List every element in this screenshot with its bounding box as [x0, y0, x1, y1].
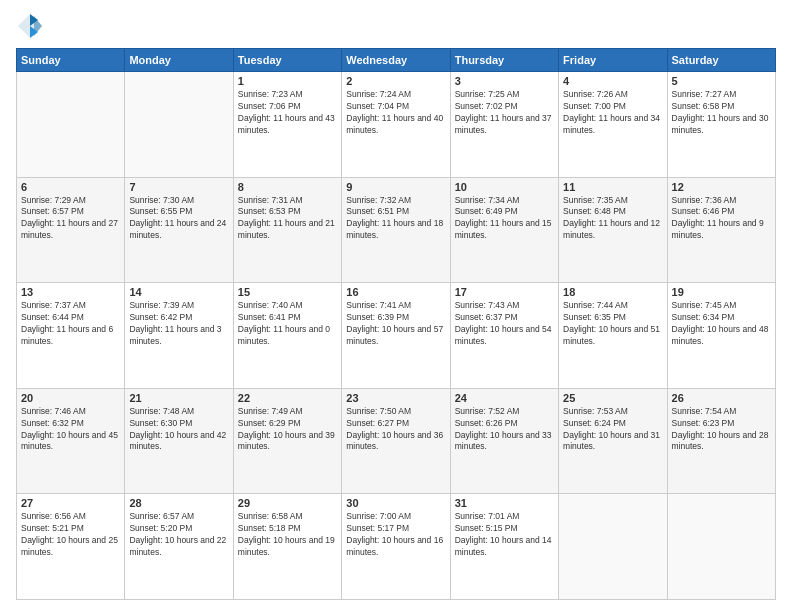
daylight-text: Daylight: 10 hours and 54 minutes. [455, 324, 552, 346]
sunset-text: Sunset: 5:21 PM [21, 523, 84, 533]
daylight-text: Daylight: 10 hours and 28 minutes. [672, 430, 769, 452]
calendar-cell: 4 Sunrise: 7:26 AM Sunset: 7:00 PM Dayli… [559, 72, 667, 178]
day-info: Sunrise: 7:37 AM Sunset: 6:44 PM Dayligh… [21, 300, 120, 348]
day-number: 6 [21, 181, 120, 193]
day-info: Sunrise: 6:56 AM Sunset: 5:21 PM Dayligh… [21, 511, 120, 559]
day-number: 23 [346, 392, 445, 404]
daylight-text: Daylight: 10 hours and 33 minutes. [455, 430, 552, 452]
sunrise-text: Sunrise: 7:00 AM [346, 511, 411, 521]
sunset-text: Sunset: 6:30 PM [129, 418, 192, 428]
daylight-text: Daylight: 10 hours and 39 minutes. [238, 430, 335, 452]
calendar-cell: 18 Sunrise: 7:44 AM Sunset: 6:35 PM Dayl… [559, 283, 667, 389]
sunrise-text: Sunrise: 6:56 AM [21, 511, 86, 521]
day-number: 30 [346, 497, 445, 509]
day-number: 24 [455, 392, 554, 404]
day-header-wednesday: Wednesday [342, 49, 450, 72]
daylight-text: Daylight: 10 hours and 31 minutes. [563, 430, 660, 452]
sunset-text: Sunset: 5:17 PM [346, 523, 409, 533]
daylight-text: Daylight: 10 hours and 36 minutes. [346, 430, 443, 452]
day-number: 8 [238, 181, 337, 193]
day-info: Sunrise: 7:43 AM Sunset: 6:37 PM Dayligh… [455, 300, 554, 348]
daylight-text: Daylight: 11 hours and 18 minutes. [346, 218, 443, 240]
day-info: Sunrise: 7:01 AM Sunset: 5:15 PM Dayligh… [455, 511, 554, 559]
sunrise-text: Sunrise: 7:52 AM [455, 406, 520, 416]
day-number: 29 [238, 497, 337, 509]
sunrise-text: Sunrise: 7:34 AM [455, 195, 520, 205]
sunset-text: Sunset: 6:46 PM [672, 206, 735, 216]
daylight-text: Daylight: 11 hours and 27 minutes. [21, 218, 118, 240]
sunrise-text: Sunrise: 7:01 AM [455, 511, 520, 521]
sunrise-text: Sunrise: 7:29 AM [21, 195, 86, 205]
sunset-text: Sunset: 6:53 PM [238, 206, 301, 216]
day-number: 14 [129, 286, 228, 298]
day-number: 12 [672, 181, 771, 193]
sunrise-text: Sunrise: 7:43 AM [455, 300, 520, 310]
calendar-cell: 20 Sunrise: 7:46 AM Sunset: 6:32 PM Dayl… [17, 388, 125, 494]
calendar-week-0: 1 Sunrise: 7:23 AM Sunset: 7:06 PM Dayli… [17, 72, 776, 178]
calendar-cell [667, 494, 775, 600]
sunrise-text: Sunrise: 7:49 AM [238, 406, 303, 416]
day-number: 25 [563, 392, 662, 404]
day-info: Sunrise: 6:58 AM Sunset: 5:18 PM Dayligh… [238, 511, 337, 559]
day-number: 27 [21, 497, 120, 509]
day-number: 26 [672, 392, 771, 404]
calendar-cell: 6 Sunrise: 7:29 AM Sunset: 6:57 PM Dayli… [17, 177, 125, 283]
calendar-week-1: 6 Sunrise: 7:29 AM Sunset: 6:57 PM Dayli… [17, 177, 776, 283]
sunset-text: Sunset: 6:44 PM [21, 312, 84, 322]
sunset-text: Sunset: 6:51 PM [346, 206, 409, 216]
sunrise-text: Sunrise: 7:31 AM [238, 195, 303, 205]
daylight-text: Daylight: 10 hours and 42 minutes. [129, 430, 226, 452]
day-header-friday: Friday [559, 49, 667, 72]
calendar-cell [125, 72, 233, 178]
day-number: 18 [563, 286, 662, 298]
sunset-text: Sunset: 6:42 PM [129, 312, 192, 322]
daylight-text: Daylight: 11 hours and 24 minutes. [129, 218, 226, 240]
logo [16, 12, 48, 40]
day-number: 11 [563, 181, 662, 193]
calendar-cell: 26 Sunrise: 7:54 AM Sunset: 6:23 PM Dayl… [667, 388, 775, 494]
calendar-cell: 24 Sunrise: 7:52 AM Sunset: 6:26 PM Dayl… [450, 388, 558, 494]
day-info: Sunrise: 7:52 AM Sunset: 6:26 PM Dayligh… [455, 406, 554, 454]
sunset-text: Sunset: 7:02 PM [455, 101, 518, 111]
sunset-text: Sunset: 6:23 PM [672, 418, 735, 428]
sunrise-text: Sunrise: 7:32 AM [346, 195, 411, 205]
sunrise-text: Sunrise: 7:24 AM [346, 89, 411, 99]
calendar-cell: 15 Sunrise: 7:40 AM Sunset: 6:41 PM Dayl… [233, 283, 341, 389]
day-number: 19 [672, 286, 771, 298]
day-header-tuesday: Tuesday [233, 49, 341, 72]
page: SundayMondayTuesdayWednesdayThursdayFrid… [0, 0, 792, 612]
daylight-text: Daylight: 11 hours and 6 minutes. [21, 324, 113, 346]
sunset-text: Sunset: 6:49 PM [455, 206, 518, 216]
day-info: Sunrise: 7:34 AM Sunset: 6:49 PM Dayligh… [455, 195, 554, 243]
calendar-cell [559, 494, 667, 600]
calendar-cell: 8 Sunrise: 7:31 AM Sunset: 6:53 PM Dayli… [233, 177, 341, 283]
day-number: 4 [563, 75, 662, 87]
sunrise-text: Sunrise: 7:30 AM [129, 195, 194, 205]
day-number: 21 [129, 392, 228, 404]
calendar-week-2: 13 Sunrise: 7:37 AM Sunset: 6:44 PM Dayl… [17, 283, 776, 389]
day-header-saturday: Saturday [667, 49, 775, 72]
daylight-text: Daylight: 10 hours and 25 minutes. [21, 535, 118, 557]
sunset-text: Sunset: 6:55 PM [129, 206, 192, 216]
daylight-text: Daylight: 11 hours and 12 minutes. [563, 218, 660, 240]
day-number: 1 [238, 75, 337, 87]
day-number: 20 [21, 392, 120, 404]
calendar-cell: 10 Sunrise: 7:34 AM Sunset: 6:49 PM Dayl… [450, 177, 558, 283]
day-info: Sunrise: 7:46 AM Sunset: 6:32 PM Dayligh… [21, 406, 120, 454]
calendar-cell [17, 72, 125, 178]
day-info: Sunrise: 7:35 AM Sunset: 6:48 PM Dayligh… [563, 195, 662, 243]
sunrise-text: Sunrise: 7:53 AM [563, 406, 628, 416]
day-info: Sunrise: 7:49 AM Sunset: 6:29 PM Dayligh… [238, 406, 337, 454]
day-info: Sunrise: 7:30 AM Sunset: 6:55 PM Dayligh… [129, 195, 228, 243]
day-info: Sunrise: 7:23 AM Sunset: 7:06 PM Dayligh… [238, 89, 337, 137]
calendar-cell: 19 Sunrise: 7:45 AM Sunset: 6:34 PM Dayl… [667, 283, 775, 389]
daylight-text: Daylight: 11 hours and 15 minutes. [455, 218, 552, 240]
day-info: Sunrise: 6:57 AM Sunset: 5:20 PM Dayligh… [129, 511, 228, 559]
day-info: Sunrise: 7:50 AM Sunset: 6:27 PM Dayligh… [346, 406, 445, 454]
calendar-cell: 1 Sunrise: 7:23 AM Sunset: 7:06 PM Dayli… [233, 72, 341, 178]
day-number: 10 [455, 181, 554, 193]
day-number: 15 [238, 286, 337, 298]
sunrise-text: Sunrise: 7:35 AM [563, 195, 628, 205]
daylight-text: Daylight: 11 hours and 34 minutes. [563, 113, 660, 135]
calendar-cell: 16 Sunrise: 7:41 AM Sunset: 6:39 PM Dayl… [342, 283, 450, 389]
